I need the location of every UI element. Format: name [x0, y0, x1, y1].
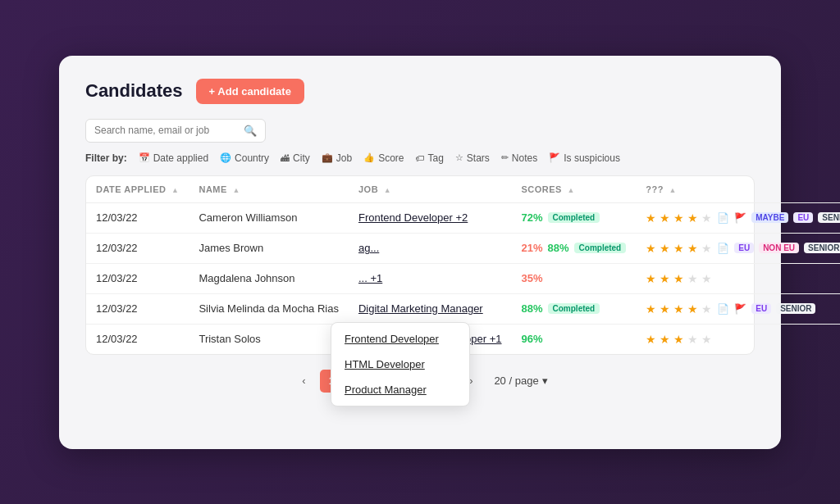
- filter-city[interactable]: 🏙 City: [281, 152, 310, 164]
- score-cell: 72% Completed: [522, 211, 627, 224]
- cell-name: Tristan Solos: [189, 324, 349, 354]
- thumbs-icon: 👍: [363, 152, 375, 163]
- completed-badge: Completed: [548, 303, 600, 314]
- stars-cell: ★ ★ ★ ★ ★: [646, 272, 840, 285]
- star-2: ★: [660, 242, 670, 255]
- star-3: ★: [673, 272, 684, 285]
- filter-stars[interactable]: ☆ Stars: [455, 152, 490, 164]
- star-3: ★: [673, 242, 684, 255]
- filter-row: Filter by: 📅 Date applied 🌐 Country 🏙 Ci…: [85, 152, 755, 164]
- table-row: 12/03/22 James Brown ag... 21% 88% Compl…: [86, 233, 840, 263]
- tag-eu: EU: [734, 243, 754, 253]
- page-title: Candidates: [85, 80, 183, 102]
- col-job[interactable]: JOB ▲: [349, 176, 512, 203]
- flag-icon: 🚩: [734, 303, 746, 315]
- filter-country[interactable]: 🌐 Country: [220, 152, 269, 164]
- col-name[interactable]: NAME ▲: [189, 176, 349, 203]
- filter-score[interactable]: 👍 Score: [363, 152, 404, 164]
- star-3: ★: [673, 211, 684, 225]
- stars-cell: ★ ★ ★ ★ ★ 📄 EU NON EU SENIOR: [646, 242, 840, 255]
- table-row: 12/03/22 Magdalena Johnson ... +1 35%: [86, 263, 840, 293]
- cell-date: 12/03/22: [86, 233, 189, 263]
- dropdown-item-html[interactable]: HTML Developer: [331, 352, 469, 377]
- cell-extra: ★ ★ ★ ★ ★: [636, 263, 840, 293]
- star-2: ★: [660, 333, 670, 346]
- score-cell: 96%: [522, 333, 627, 345]
- score-pct: 96%: [522, 333, 543, 345]
- add-candidate-button[interactable]: + Add candidate: [196, 79, 304, 104]
- tag-eu: EU: [793, 212, 813, 223]
- star-5: ★: [701, 302, 712, 316]
- score-cell: 88% Completed: [522, 302, 627, 315]
- job-link[interactable]: ag...: [358, 242, 379, 254]
- tag-noneu: NON EU: [759, 243, 799, 253]
- sort-arrow-name: ▲: [232, 186, 240, 194]
- stars-cell: ★ ★ ★ ★ ★ 📄 🚩 EU SENIOR: [646, 302, 840, 316]
- prev-page-button[interactable]: ‹: [292, 370, 315, 393]
- score-pct-2: 88%: [548, 242, 569, 254]
- filter-job[interactable]: 💼 Job: [322, 152, 352, 164]
- col-scores[interactable]: SCORES ▲: [512, 176, 637, 203]
- per-page-chevron: ▾: [542, 375, 548, 387]
- star-5: ★: [701, 211, 712, 225]
- cell-extra: ★ ★ ★ ★ ★: [636, 324, 840, 354]
- score-cell: 35%: [522, 272, 627, 284]
- filter-score-label: Score: [378, 152, 404, 164]
- search-input[interactable]: [94, 125, 244, 136]
- star-2: ★: [660, 302, 670, 316]
- tag-icon: 🏷: [415, 153, 424, 163]
- cell-extra: ★ ★ ★ ★ ★ 📄 EU NON EU SENIOR: [636, 233, 840, 263]
- header-row: Candidates + Add candidate: [85, 79, 755, 104]
- search-bar[interactable]: 🔍: [85, 119, 266, 143]
- calendar-icon: 📅: [139, 152, 150, 163]
- star-2: ★: [660, 272, 670, 285]
- col-extra[interactable]: ??? ▲: [636, 176, 840, 203]
- filter-suspicious[interactable]: 🚩 Is suspicious: [549, 152, 620, 164]
- flag-icon: 🚩: [734, 212, 746, 224]
- sort-arrow-extra: ▲: [669, 186, 676, 194]
- completed-badge: Completed: [548, 212, 600, 223]
- star-4: ★: [687, 272, 698, 285]
- job-link[interactable]: Digital Marketing Manager: [358, 302, 483, 315]
- filter-tag-label: Tag: [427, 152, 443, 164]
- sort-arrow-job: ▲: [384, 186, 391, 194]
- cell-job: Digital Marketing Manager: [349, 293, 512, 324]
- filter-city-label: City: [293, 152, 310, 164]
- dropdown-item-product[interactable]: Product Manager: [331, 377, 469, 402]
- filter-tag[interactable]: 🏷 Tag: [415, 152, 443, 164]
- cell-job: Frontend Developer +2: [349, 202, 512, 233]
- flag-icon: 🚩: [549, 152, 560, 163]
- per-page-selector[interactable]: 20 / page ▾: [494, 375, 547, 387]
- star-4: ★: [687, 333, 698, 346]
- star-1: ★: [646, 242, 656, 255]
- filter-date-label: Date applied: [153, 152, 208, 164]
- cell-name: Cameron Williamson: [189, 202, 349, 233]
- cell-job: ... +1: [349, 263, 512, 293]
- star-4: ★: [687, 242, 698, 255]
- sort-arrow-date: ▲: [171, 186, 179, 194]
- tag-senior: SENIOR: [818, 212, 840, 223]
- sort-arrow-scores: ▲: [568, 186, 575, 194]
- filter-notes[interactable]: ✏ Notes: [501, 152, 537, 164]
- cell-date: 12/03/22: [86, 263, 189, 293]
- star-5: ★: [701, 242, 712, 255]
- cell-name: Magdalena Johnson: [189, 263, 349, 293]
- filter-stars-label: Stars: [467, 152, 490, 164]
- star-2: ★: [660, 211, 670, 225]
- job-link[interactable]: ... +1: [358, 272, 382, 284]
- filter-date-applied[interactable]: 📅 Date applied: [139, 152, 208, 164]
- cell-date: 12/03/22: [86, 324, 189, 354]
- table-row: 12/03/22 Cameron Williamson Frontend Dev…: [86, 202, 840, 233]
- note-icon: 📄: [717, 212, 729, 224]
- score-pct-1: 21%: [522, 242, 543, 254]
- filter-job-label: Job: [336, 152, 352, 164]
- dropdown-item-frontend[interactable]: Frontend Developer: [331, 326, 469, 352]
- star-3: ★: [673, 333, 684, 346]
- briefcase-icon: 💼: [322, 152, 333, 163]
- col-job-label: JOB: [358, 184, 378, 194]
- cell-extra: ★ ★ ★ ★ ★ 📄 🚩 MAYBE EU SENIOR: [636, 202, 840, 233]
- note-icon: 📄: [717, 303, 729, 315]
- col-date[interactable]: DATE APPLIED ▲: [86, 176, 189, 203]
- score-cell: 21% 88% Completed: [522, 242, 627, 254]
- job-link[interactable]: Frontend Developer +2: [358, 211, 468, 224]
